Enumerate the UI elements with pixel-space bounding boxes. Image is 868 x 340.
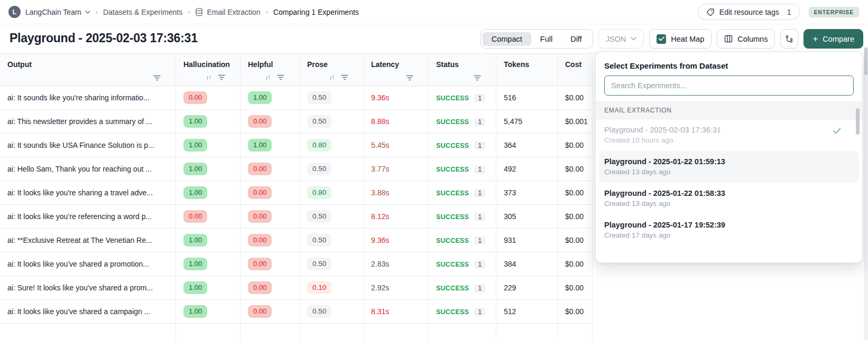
score-pill: 0.80 <box>307 139 331 152</box>
table-row[interactable]: ai: Sure! It looks like you've shared a … <box>0 276 593 300</box>
score-badge: 1.00 <box>183 186 207 199</box>
status-badge: SUCCESS <box>436 190 469 197</box>
run-count-badge: 1 <box>474 237 485 245</box>
edit-resource-tags-button[interactable]: Edit resource tags 1 <box>698 4 800 20</box>
plus-icon: + <box>812 34 818 43</box>
table-row[interactable]: ai: **Exclusive Retreat at The Venetian … <box>0 229 593 252</box>
cost-cell: $0.00 <box>558 134 593 157</box>
sort-icon[interactable]: ↓↑ <box>265 73 270 81</box>
compare-button[interactable]: + Compare <box>804 29 863 49</box>
view-mode-full[interactable]: Full <box>531 32 561 46</box>
hallucination-cell: 1.00 <box>176 110 241 134</box>
output-cell[interactable]: ai: It looks like you're sharing a trave… <box>0 181 176 205</box>
trace-tree-button[interactable] <box>780 29 798 49</box>
tokens-cell: 5,475 <box>496 110 558 134</box>
filter-icon[interactable] <box>153 75 161 81</box>
output-cell[interactable]: ai: It looks like you’re referencing a w… <box>0 205 176 229</box>
page-scrollbar <box>864 46 868 340</box>
score-badge: 0.00 <box>183 91 207 104</box>
breadcrumb-dataset[interactable]: Email Extraction <box>195 8 260 16</box>
hallucination-cell: 1.00 <box>176 229 241 252</box>
run-count-badge: 1 <box>474 213 485 221</box>
breadcrumb-separator: › <box>266 8 268 16</box>
view-mode-diff[interactable]: Diff <box>561 32 591 46</box>
status-badge: SUCCESS <box>436 118 469 126</box>
json-dropdown[interactable]: JSON <box>598 29 644 49</box>
top-bar: L LangChain Team › Datasets & Experiment… <box>0 0 868 24</box>
prose-cell: 0.80 <box>300 181 364 205</box>
table-row[interactable]: ai: It looks like you've shared a promot… <box>0 252 593 276</box>
status-badge: SUCCESS <box>436 237 469 244</box>
experiment-option[interactable]: Playground - 2025-01-22 01:59:13 Created… <box>599 151 859 183</box>
filter-icon[interactable] <box>341 74 348 80</box>
tokens-cell: 373 <box>496 181 558 205</box>
filter-icon[interactable] <box>406 75 413 81</box>
experiment-option[interactable]: Playground - 2025-01-22 01:58:33 Created… <box>596 183 862 214</box>
view-mode-compact[interactable]: Compact <box>483 32 531 46</box>
experiment-option[interactable]: Playground - 2025-01-17 19:52:39 Created… <box>596 214 862 246</box>
latency-cell: 9.36s <box>364 86 429 110</box>
output-cell[interactable]: ai: It looks like you've shared a campai… <box>0 300 176 324</box>
output-cell[interactable]: ai: This newsletter provides a summary o… <box>0 110 176 134</box>
table-row[interactable]: ai: It sounds like USA Finance Solution … <box>0 134 593 157</box>
output-cell[interactable]: ai: It sounds like you're sharing inform… <box>0 86 176 110</box>
table-row[interactable]: ai: Hello Sam, Thank you for reaching ou… <box>0 157 593 181</box>
toolbar: Compact Full Diff JSON Heat Map <box>481 29 863 49</box>
run-count-badge: 1 <box>474 284 485 292</box>
column-header-latency: Latency <box>364 54 429 86</box>
output-cell[interactable]: ai: **Exclusive Retreat at The Venetian … <box>0 229 176 252</box>
score-badge: 0.00 <box>248 234 272 247</box>
title-bar: Playground - 2025-02-03 17:36:31 Compact… <box>0 24 868 53</box>
page-title: Playground - 2025-02-03 17:36:31 <box>10 31 198 45</box>
tokens-cell: 516 <box>496 86 558 110</box>
table-row-partial <box>0 324 593 340</box>
filter-icon[interactable] <box>218 74 225 80</box>
sort-icon[interactable]: ↓↑ <box>329 73 334 81</box>
workspace-avatar[interactable]: L <box>8 6 21 18</box>
page-scrollbar-thumb[interactable] <box>864 48 867 75</box>
column-header-helpful: Helpful ↓↑ <box>241 54 300 86</box>
table-row[interactable]: ai: It looks like you've shared a campai… <box>0 300 593 324</box>
score-badge: 0.00 <box>248 305 272 318</box>
filter-icon[interactable] <box>277 74 284 80</box>
columns-icon <box>724 35 733 43</box>
output-cell[interactable]: ai: It looks like you've shared a promot… <box>0 252 176 276</box>
breadcrumb-team[interactable]: LangChain Team <box>25 8 90 16</box>
filter-icon[interactable] <box>474 75 481 81</box>
table-row[interactable]: ai: It sounds like you're sharing inform… <box>0 86 593 110</box>
database-icon <box>195 8 203 16</box>
tokens-cell: 364 <box>496 134 558 157</box>
helpful-cell: 0.00 <box>241 300 300 324</box>
run-count-badge: 1 <box>474 141 485 150</box>
output-cell[interactable]: ai: Hello Sam, Thank you for reaching ou… <box>0 157 176 181</box>
table-row[interactable]: ai: It looks like you're sharing a trave… <box>0 181 593 205</box>
prose-cell: 0.10 <box>300 276 364 300</box>
tree-icon <box>785 35 793 43</box>
dataset-group-header: EMAIL EXTRACTION <box>596 101 862 119</box>
output-cell[interactable]: ai: It sounds like USA Finance Solution … <box>0 134 176 157</box>
experiment-option[interactable]: Playground - 2025-02-03 17:36:31 Created… <box>596 119 862 151</box>
status-badge: SUCCESS <box>436 166 469 173</box>
heatmap-toggle[interactable]: Heat Map <box>649 29 712 49</box>
score-pill: 0.10 <box>307 281 331 294</box>
table-row[interactable]: ai: It looks like you’re referencing a w… <box>0 205 593 229</box>
score-badge: 0.00 <box>248 281 272 294</box>
search-input[interactable] <box>611 81 847 90</box>
latency-value: 3.77s <box>371 165 389 173</box>
experiment-search <box>604 75 854 96</box>
columns-button[interactable]: Columns <box>717 29 775 49</box>
breadcrumb-datasets[interactable]: Datasets & Experiments <box>103 8 182 16</box>
output-cell[interactable]: ai: Sure! It looks like you've shared a … <box>0 276 176 300</box>
panel-scrollbar-thumb[interactable] <box>856 108 860 135</box>
score-pill: 0.50 <box>307 91 331 104</box>
sort-icon[interactable]: ↓↑ <box>206 73 211 81</box>
cost-cell: $0.00 <box>558 181 593 205</box>
prose-cell: 0.50 <box>300 300 364 324</box>
panel-title: Select Experiments from Dataset <box>596 52 862 75</box>
top-bar-right: Edit resource tags 1 ENTERPRISE <box>698 4 859 20</box>
score-pill: 0.50 <box>307 210 331 223</box>
helpful-cell: 0.00 <box>241 252 300 276</box>
tokens-cell: 305 <box>496 205 558 229</box>
score-badge: 1.00 <box>183 305 207 318</box>
table-row[interactable]: ai: This newsletter provides a summary o… <box>0 110 593 134</box>
